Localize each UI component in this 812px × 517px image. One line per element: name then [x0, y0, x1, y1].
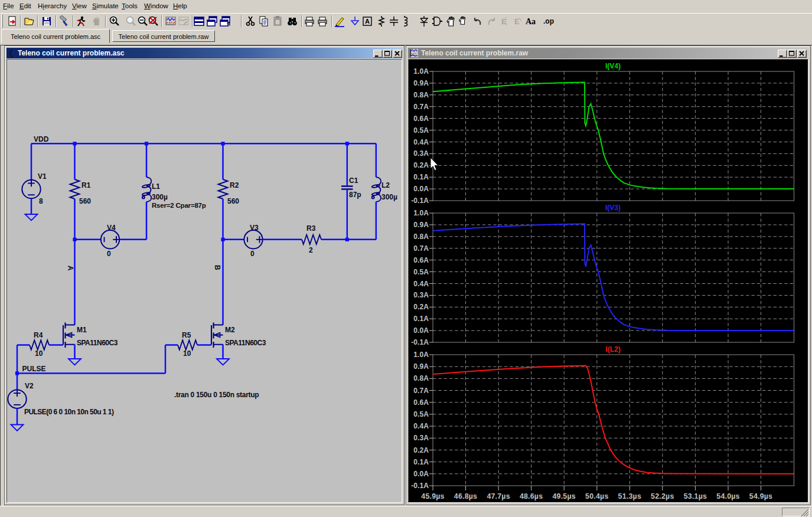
- svg-text:0.0A: 0.0A: [413, 326, 429, 335]
- svg-text:0.4A: 0.4A: [413, 138, 429, 146]
- svg-text:0.4A: 0.4A: [413, 280, 429, 288]
- svg-text:10: 10: [35, 349, 43, 358]
- svg-text:.tran 0 150u 0 150n startup: .tran 0 150u 0 150n startup: [174, 391, 259, 399]
- svg-text:87p: 87p: [349, 191, 361, 199]
- svg-text:-0.1A: -0.1A: [411, 338, 429, 346]
- svg-text:-0.1A: -0.1A: [411, 482, 429, 490]
- svg-text:0.6A: 0.6A: [413, 114, 429, 123]
- svg-text:560: 560: [227, 197, 239, 205]
- svg-text:0.0A: 0.0A: [413, 470, 429, 478]
- svg-text:V1: V1: [38, 172, 47, 181]
- svg-text:54.9µs: 54.9µs: [749, 492, 772, 500]
- svg-text:0.8A: 0.8A: [413, 374, 429, 382]
- svg-text:300µ: 300µ: [152, 193, 168, 201]
- svg-text:45.9µs: 45.9µs: [421, 492, 444, 500]
- svg-text:.op: .op: [543, 17, 554, 25]
- svg-text:V2: V2: [25, 382, 34, 390]
- svg-text:52.2µs: 52.2µs: [651, 492, 674, 500]
- svg-text:R5: R5: [182, 331, 191, 339]
- svg-text:50.4µs: 50.4µs: [585, 492, 608, 500]
- svg-text:VDD: VDD: [34, 135, 49, 143]
- svg-text:10: 10: [183, 349, 191, 358]
- svg-text:54.0µs: 54.0µs: [716, 492, 739, 500]
- svg-text:560: 560: [79, 197, 91, 205]
- svg-text:B: B: [213, 265, 221, 270]
- svg-text:A: A: [66, 266, 74, 271]
- svg-text:1.0A: 1.0A: [413, 209, 429, 217]
- svg-text:R3: R3: [306, 224, 316, 233]
- svg-text:0.2A: 0.2A: [413, 446, 429, 454]
- svg-text:PULSE: PULSE: [22, 365, 46, 373]
- svg-text:0.7A: 0.7A: [413, 244, 429, 253]
- svg-text:0.5A: 0.5A: [413, 268, 429, 276]
- svg-text:46.8µs: 46.8µs: [454, 492, 477, 500]
- svg-text:0.1A: 0.1A: [413, 458, 429, 466]
- svg-text:0.2A: 0.2A: [413, 303, 429, 311]
- svg-text:A: A: [365, 18, 370, 25]
- svg-text:L2: L2: [381, 181, 390, 189]
- svg-text:I(V4): I(V4): [605, 62, 621, 70]
- svg-text:PULSE(0 6 0 10n 10n 50u 1 1): PULSE(0 6 0 10n 10n 50u 1 1): [24, 408, 114, 416]
- svg-text:8: 8: [39, 197, 43, 205]
- svg-text:R2: R2: [230, 181, 239, 189]
- svg-text:I(V3): I(V3): [605, 204, 621, 212]
- svg-text:R4: R4: [34, 331, 43, 339]
- svg-text:I(L2): I(L2): [605, 345, 620, 354]
- svg-text:0.2A: 0.2A: [413, 161, 429, 169]
- svg-text:M1: M1: [77, 326, 87, 334]
- svg-text:2: 2: [309, 246, 313, 254]
- svg-text:0.3A: 0.3A: [413, 434, 429, 442]
- svg-text:0.3A: 0.3A: [413, 291, 429, 299]
- svg-text:51.3µs: 51.3µs: [618, 492, 641, 500]
- svg-text:0.0A: 0.0A: [413, 185, 429, 193]
- svg-text:47.7µs: 47.7µs: [487, 492, 510, 500]
- svg-text:53.1µs: 53.1µs: [684, 492, 707, 500]
- svg-text:0.7A: 0.7A: [413, 387, 429, 395]
- svg-text:R1: R1: [81, 181, 91, 189]
- svg-text:0.8A: 0.8A: [413, 91, 429, 99]
- svg-text:Aa: Aa: [526, 17, 536, 26]
- svg-text:0.6A: 0.6A: [413, 256, 429, 264]
- svg-text:Rser=2 Cpar=87p: Rser=2 Cpar=87p: [152, 202, 206, 209]
- svg-text:49.5µs: 49.5µs: [553, 492, 576, 500]
- svg-text:V3: V3: [250, 224, 259, 232]
- svg-text:M2: M2: [225, 326, 235, 334]
- svg-text:0.9A: 0.9A: [413, 79, 429, 87]
- svg-text:E: E: [514, 17, 520, 26]
- svg-text:C1: C1: [349, 176, 358, 185]
- svg-text:SPA11N60C3: SPA11N60C3: [77, 339, 118, 347]
- svg-text:0.8A: 0.8A: [413, 233, 429, 241]
- svg-text:L1: L1: [152, 182, 160, 191]
- svg-text:0.7A: 0.7A: [413, 103, 429, 111]
- svg-text:48.6µs: 48.6µs: [520, 492, 543, 500]
- svg-text:0.5A: 0.5A: [413, 410, 429, 418]
- svg-text:1.0A: 1.0A: [413, 351, 429, 359]
- svg-text:0.1A: 0.1A: [413, 173, 429, 181]
- svg-text:0.4A: 0.4A: [413, 422, 429, 430]
- svg-text:0.5A: 0.5A: [413, 126, 429, 135]
- svg-text:0.1A: 0.1A: [413, 315, 429, 323]
- svg-text:SPA11N60C3: SPA11N60C3: [225, 339, 266, 347]
- svg-text:-0.1A: -0.1A: [411, 197, 429, 205]
- svg-text:0.9A: 0.9A: [413, 221, 429, 229]
- svg-text:0.9A: 0.9A: [413, 362, 429, 371]
- svg-text:0: 0: [107, 250, 111, 258]
- svg-text:300µ: 300µ: [381, 193, 397, 201]
- svg-text:0.6A: 0.6A: [413, 398, 429, 407]
- svg-text:0: 0: [250, 250, 255, 258]
- svg-text:0.3A: 0.3A: [413, 149, 429, 158]
- svg-text:1.0A: 1.0A: [413, 67, 429, 76]
- svg-text:V4: V4: [107, 224, 116, 232]
